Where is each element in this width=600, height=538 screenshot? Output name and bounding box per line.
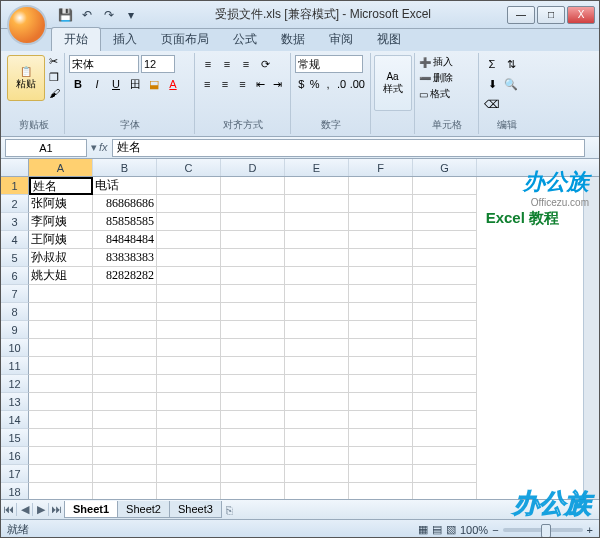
row-header[interactable]: 1 [1, 177, 29, 195]
font-color-button[interactable]: A [164, 75, 182, 93]
row-header[interactable]: 8 [1, 303, 29, 321]
row-header[interactable]: 15 [1, 429, 29, 447]
cell[interactable] [285, 303, 349, 321]
cell[interactable] [285, 285, 349, 303]
cell[interactable] [157, 393, 221, 411]
cell[interactable] [93, 429, 157, 447]
cell[interactable] [157, 357, 221, 375]
cell[interactable] [285, 177, 349, 195]
cell[interactable] [285, 357, 349, 375]
row-header[interactable]: 14 [1, 411, 29, 429]
tab-review[interactable]: 审阅 [317, 28, 365, 51]
close-button[interactable]: X [567, 6, 595, 24]
cell[interactable] [349, 267, 413, 285]
cell[interactable] [221, 195, 285, 213]
cell[interactable] [285, 267, 349, 285]
cell[interactable] [413, 375, 477, 393]
currency-icon[interactable]: $ [295, 75, 307, 93]
cell[interactable] [413, 267, 477, 285]
cell[interactable] [349, 447, 413, 465]
col-header-B[interactable]: B [93, 159, 157, 176]
zoom-level[interactable]: 100% [460, 524, 488, 536]
cell[interactable] [349, 195, 413, 213]
align-left-icon[interactable]: ≡ [199, 75, 216, 93]
cell[interactable]: 84848484 [93, 231, 157, 249]
sheet-tab-2[interactable]: Sheet2 [117, 501, 170, 518]
row-header[interactable]: 2 [1, 195, 29, 213]
sort-icon[interactable]: ⇅ [502, 55, 520, 73]
cell[interactable] [349, 285, 413, 303]
row-header[interactable]: 7 [1, 285, 29, 303]
cell[interactable]: 张阿姨 [29, 195, 93, 213]
cell[interactable] [349, 357, 413, 375]
cell[interactable] [285, 411, 349, 429]
cell[interactable] [157, 249, 221, 267]
font-name-select[interactable] [69, 55, 139, 73]
cell[interactable] [349, 429, 413, 447]
cell[interactable]: 姚大姐 [29, 267, 93, 285]
col-header-A[interactable]: A [29, 159, 93, 176]
cell[interactable] [221, 447, 285, 465]
cell[interactable] [413, 303, 477, 321]
cell[interactable] [221, 249, 285, 267]
cell[interactable] [221, 483, 285, 499]
cell[interactable] [93, 447, 157, 465]
cell[interactable]: 姓名 [29, 177, 93, 195]
cell[interactable] [29, 465, 93, 483]
cell[interactable] [29, 393, 93, 411]
cell[interactable]: 82828282 [93, 267, 157, 285]
name-box[interactable] [5, 139, 87, 157]
cell[interactable] [29, 483, 93, 499]
tab-insert[interactable]: 插入 [101, 28, 149, 51]
cell[interactable] [285, 429, 349, 447]
cell[interactable] [29, 411, 93, 429]
view-layout-icon[interactable]: ▤ [432, 523, 442, 536]
col-header-E[interactable]: E [285, 159, 349, 176]
tab-home[interactable]: 开始 [51, 27, 101, 51]
cell[interactable] [29, 357, 93, 375]
vertical-scrollbar[interactable] [583, 177, 599, 499]
cell[interactable] [349, 249, 413, 267]
office-button[interactable] [7, 5, 47, 45]
cell[interactable] [285, 465, 349, 483]
cell[interactable] [157, 195, 221, 213]
cell[interactable] [349, 321, 413, 339]
cell[interactable]: 85858585 [93, 213, 157, 231]
insert-cells-button[interactable]: ➕插入 [419, 55, 474, 69]
cell[interactable]: 孙叔叔 [29, 249, 93, 267]
undo-icon[interactable]: ↶ [79, 7, 95, 23]
zoom-slider[interactable] [503, 528, 583, 532]
sheet-prev-icon[interactable]: ◀ [17, 503, 33, 516]
cell[interactable] [413, 249, 477, 267]
cell[interactable] [93, 339, 157, 357]
cell[interactable] [157, 465, 221, 483]
cell[interactable] [221, 411, 285, 429]
sheet-tab-3[interactable]: Sheet3 [169, 501, 222, 518]
view-break-icon[interactable]: ▧ [446, 523, 456, 536]
cell[interactable] [221, 429, 285, 447]
cell[interactable]: 电话 [93, 177, 157, 195]
cell[interactable] [221, 177, 285, 195]
underline-button[interactable]: U [107, 75, 125, 93]
cell[interactable] [285, 321, 349, 339]
cell[interactable] [221, 375, 285, 393]
cell[interactable] [221, 393, 285, 411]
cell[interactable] [221, 267, 285, 285]
row-header[interactable]: 4 [1, 231, 29, 249]
row-header[interactable]: 3 [1, 213, 29, 231]
delete-cells-button[interactable]: ➖删除 [419, 71, 474, 85]
cell[interactable] [93, 393, 157, 411]
cell[interactable] [93, 465, 157, 483]
cell[interactable] [413, 213, 477, 231]
cell[interactable] [221, 339, 285, 357]
cell[interactable] [157, 267, 221, 285]
cell[interactable] [349, 231, 413, 249]
row-header[interactable]: 10 [1, 339, 29, 357]
cell[interactable] [221, 285, 285, 303]
redo-icon[interactable]: ↷ [101, 7, 117, 23]
cell[interactable] [413, 321, 477, 339]
cell[interactable] [93, 285, 157, 303]
col-header-C[interactable]: C [157, 159, 221, 176]
cell[interactable] [157, 321, 221, 339]
align-center-icon[interactable]: ≡ [217, 75, 234, 93]
